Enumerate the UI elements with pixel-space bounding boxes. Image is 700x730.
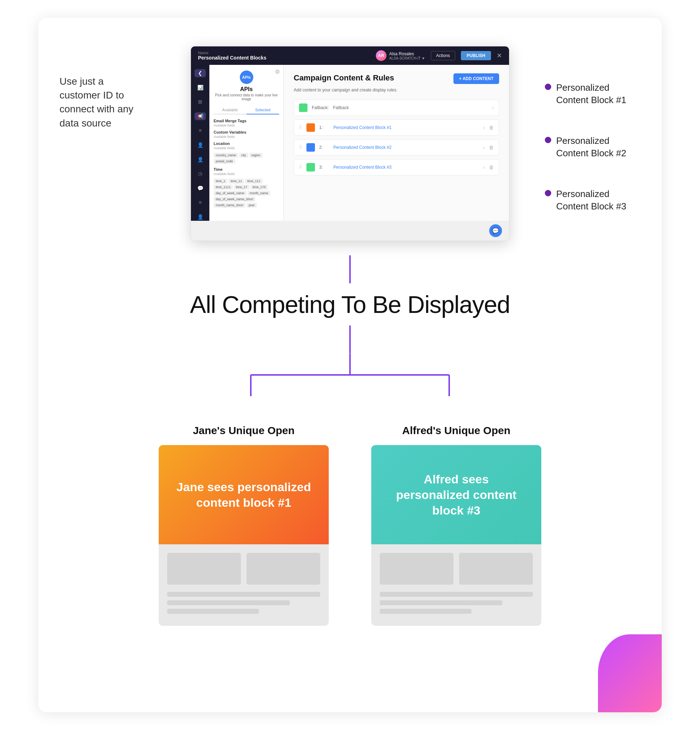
row-name-3: Personalized Content Block #3 bbox=[333, 165, 478, 170]
api-panel-title: APIs bbox=[240, 86, 253, 92]
content-row-fallback[interactable]: Fallback: Fallback › bbox=[294, 99, 499, 116]
publish-button[interactable]: PUBLISH bbox=[461, 51, 491, 60]
sidebar-icon-chevron[interactable]: ❮ bbox=[194, 69, 206, 77]
row-arrow-fallback: › bbox=[492, 105, 494, 111]
row-delete-3[interactable]: 🗑 bbox=[489, 164, 494, 170]
user-name: Alsa Rosales bbox=[389, 51, 425, 56]
app-header: Name Personalized Content Blocks AR Alsa… bbox=[191, 47, 509, 65]
page-wrapper: Use just a customer ID to connect with a… bbox=[0, 0, 700, 730]
tag-dows: day_of_week_name_short bbox=[214, 197, 255, 201]
sidebar-icon-chat[interactable]: 💬 bbox=[194, 184, 206, 192]
main-content-area: Campaign Content & Rules + ADD CONTENT A… bbox=[284, 65, 509, 221]
add-content-button[interactable]: + ADD CONTENT bbox=[454, 73, 499, 84]
content-row-3[interactable]: ⠿ 3: Personalized Content Block #3 › 🗑 bbox=[294, 159, 499, 175]
branch-svg bbox=[191, 354, 509, 396]
app-sidebar: ❮ 📊 ⊞ 📢 ≡ 👤 👤 ◷ 💬 ≡ 👤 bbox=[191, 65, 209, 221]
label-text-3: PersonalizedContent Block #3 bbox=[556, 188, 626, 213]
sidebar-icon-user2[interactable]: 👤 bbox=[194, 213, 206, 221]
content-row-2[interactable]: ⠿ 2: Personalized Content Block #2 › 🗑 bbox=[294, 139, 499, 156]
tag-time11: time_11 bbox=[229, 179, 244, 184]
tag-time111: time_111 bbox=[245, 179, 262, 184]
api-tabs: Available Selected bbox=[214, 106, 279, 114]
section-time-sub: Available fields bbox=[214, 172, 279, 176]
alfred-placeholder-box-2 bbox=[459, 553, 533, 585]
row-color-1 bbox=[306, 123, 315, 132]
section-time-title: Time bbox=[214, 167, 279, 172]
section-location-title: Location bbox=[214, 142, 279, 146]
label-dot-1 bbox=[545, 84, 551, 90]
gear-icon[interactable]: ⚙ bbox=[275, 69, 280, 75]
drag-handle-3[interactable]: ⠿ bbox=[299, 165, 302, 170]
alfred-line-1 bbox=[380, 592, 533, 597]
sidebar-icon-person[interactable]: 👤 bbox=[194, 141, 206, 149]
drag-handle-1[interactable]: ⠿ bbox=[299, 125, 302, 130]
jane-placeholder-box-1 bbox=[167, 553, 241, 585]
row-delete-1[interactable]: 🗑 bbox=[489, 125, 494, 130]
label-item-2: PersonalizedContent Block #2 bbox=[545, 135, 626, 159]
alfred-placeholder-row bbox=[380, 553, 533, 585]
alfred-placeholder-box-1 bbox=[380, 553, 454, 585]
row-prefix-1: 1: bbox=[319, 125, 329, 130]
jane-title: Jane's Unique Open bbox=[193, 425, 295, 437]
jane-line-1 bbox=[167, 592, 320, 597]
section-location-sub: Available fields bbox=[214, 146, 279, 150]
jane-placeholder-box-2 bbox=[246, 553, 320, 585]
user-text: Alsa Rosales ALSA-SCRATCH-IT ▼ bbox=[389, 51, 425, 60]
tag-region: region bbox=[249, 153, 262, 158]
help-icon[interactable]: 💬 bbox=[489, 224, 502, 237]
alfred-email-card: Alfred sees personalized content block #… bbox=[371, 445, 541, 626]
jane-column: Jane's Unique Open Jane sees personalize… bbox=[159, 425, 329, 626]
sidebar-icon-clock[interactable]: ◷ bbox=[194, 170, 206, 178]
sidebar-icon-person2[interactable]: 👤 bbox=[194, 155, 206, 164]
sidebar-icon-chart[interactable]: 📊 bbox=[194, 84, 206, 92]
right-labels: PersonalizedContent Block #1 Personalize… bbox=[545, 53, 626, 213]
label-item-3: PersonalizedContent Block #3 bbox=[545, 188, 626, 213]
app-title: Personalized Content Blocks bbox=[198, 55, 266, 61]
middle-section: All Competing To Be Displayed bbox=[38, 241, 662, 403]
close-button[interactable]: ✕ bbox=[497, 52, 502, 60]
tab-selected[interactable]: Selected bbox=[246, 106, 280, 114]
tag-month: month_name bbox=[248, 191, 271, 196]
tab-available[interactable]: Available bbox=[214, 106, 246, 114]
jane-placeholder-row bbox=[167, 553, 320, 585]
content-row-1[interactable]: ⠿ 1: Personalized Content Block #1 › 🗑 bbox=[294, 120, 499, 136]
top-section: Name Personalized Content Blocks AR Alsa… bbox=[38, 18, 662, 241]
label-text-1: PersonalizedContent Block #1 bbox=[556, 82, 626, 106]
tag-year: year bbox=[246, 203, 257, 208]
decorative-blob bbox=[598, 634, 662, 712]
row-name-1: Personalized Content Block #1 bbox=[333, 125, 478, 130]
row-color-fallback bbox=[299, 104, 308, 112]
row-arrow-1: › bbox=[483, 125, 485, 130]
tag-country: country_name bbox=[214, 153, 238, 158]
row-delete-2[interactable]: 🗑 bbox=[489, 145, 494, 150]
jane-header: Jane sees personalized content block #1 bbox=[159, 445, 329, 544]
alfred-title: Alfred's Unique Open bbox=[402, 425, 510, 437]
main-heading: All Competing To Be Displayed bbox=[190, 291, 510, 318]
main-card: Use just a customer ID to connect with a… bbox=[38, 18, 662, 712]
row-color-3 bbox=[306, 163, 315, 172]
alfred-line-2 bbox=[380, 600, 502, 605]
time-tags: time_1 time_11 time_111 time_1111 time_1… bbox=[214, 179, 279, 208]
jane-email-card: Jane sees personalized content block #1 bbox=[159, 445, 329, 626]
avatar: AR bbox=[376, 50, 386, 61]
browser-footer: 💬 bbox=[191, 221, 509, 241]
row-prefix-fallback: Fallback: bbox=[312, 105, 329, 110]
browser-mockup: Name Personalized Content Blocks AR Alsa… bbox=[191, 46, 509, 241]
jane-card-body bbox=[159, 544, 329, 626]
actions-button[interactable]: Actions bbox=[431, 51, 455, 60]
sidebar-icon-speaker[interactable]: 📢 bbox=[194, 112, 206, 120]
user-info: AR Alsa Rosales ALSA-SCRATCH-IT ▼ bbox=[376, 50, 425, 61]
sidebar-icon-list[interactable]: ≡ bbox=[194, 127, 206, 135]
sidebar-icon-grid[interactable]: ⊞ bbox=[194, 98, 206, 106]
branch-top-line bbox=[349, 325, 351, 354]
alfred-card-body bbox=[371, 544, 541, 626]
label-item-1: PersonalizedContent Block #1 bbox=[545, 82, 626, 106]
label-dot-3 bbox=[545, 190, 551, 196]
row-color-2 bbox=[306, 143, 315, 152]
jane-line-3 bbox=[167, 609, 259, 614]
section-custom-title: Custom Variables bbox=[214, 130, 279, 134]
sidebar-icon-bars[interactable]: ≡ bbox=[194, 199, 206, 207]
api-panel-subtitle: Pick and connect data to make your live … bbox=[214, 93, 279, 101]
row-name-fallback: Fallback bbox=[333, 105, 488, 110]
drag-handle-2[interactable]: ⠿ bbox=[299, 145, 302, 150]
